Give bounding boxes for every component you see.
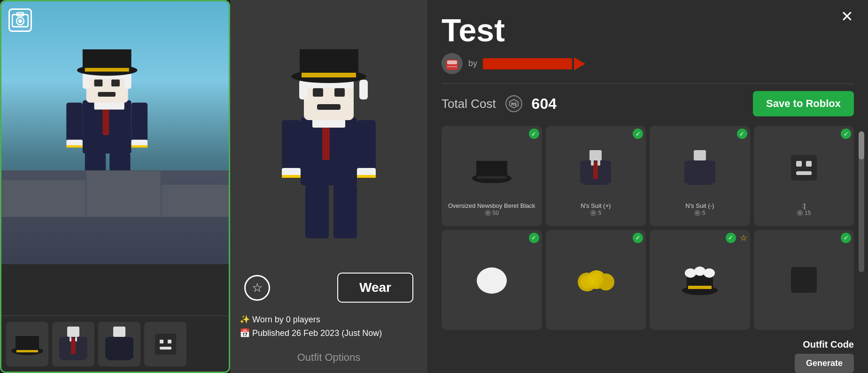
svg-rect-30 — [59, 337, 66, 358]
outfit-options-label: Outfit Options — [297, 351, 361, 364]
item-card-suit-minus[interactable]: ✓ N's Suit (-) ⊙ 5 — [650, 126, 750, 226]
scrollbar-thumb[interactable] — [859, 131, 864, 160]
svg-rect-26 — [16, 336, 39, 352]
svg-rect-9 — [98, 92, 116, 97]
suit-plus-image — [558, 136, 633, 200]
dark-icon — [789, 265, 819, 295]
item-card-coins[interactable]: ✓ — [546, 230, 646, 330]
item-inner-white — [442, 230, 542, 330]
coins-icon — [577, 266, 614, 294]
svg-rect-18 — [132, 145, 148, 148]
svg-rect-12 — [85, 68, 129, 72]
suit-plus-price: ⊙ 5 — [590, 210, 601, 216]
smiley-name: :] — [802, 202, 806, 210]
svg-rect-8 — [111, 79, 120, 86]
outfit-info-panel: ✕ Test by Total Cost — [427, 0, 868, 373]
generate-button[interactable]: Generate — [795, 354, 854, 373]
svg-rect-28 — [67, 327, 79, 337]
svg-rect-75 — [580, 161, 588, 183]
item-inner-dark — [754, 230, 854, 330]
white-icon — [475, 266, 508, 294]
stone-platform — [1, 170, 229, 264]
suit-plus-icon — [579, 149, 612, 187]
cost-row: Total Cost R$ 604 Save to Roblox — [442, 91, 854, 116]
svg-point-23 — [18, 19, 22, 23]
scrollbar-track[interactable] — [859, 131, 864, 272]
svg-rect-41 — [168, 340, 171, 343]
star-icon: ☆ — [252, 281, 263, 295]
svg-rect-76 — [604, 161, 611, 183]
check-badge-suit-minus: ✓ — [737, 129, 747, 139]
close-button[interactable]: ✕ — [837, 7, 856, 26]
thumbnail-suit-plus[interactable] — [52, 322, 94, 366]
thumbnail-hat[interactable] — [6, 322, 48, 366]
white-image — [455, 247, 529, 312]
check-badge-smiley: ✓ — [841, 129, 851, 139]
star-badge-captain: ☆ — [740, 233, 747, 243]
svg-rect-80 — [694, 150, 706, 160]
outfit-code-section: Outfit Code Generate — [442, 339, 854, 373]
svg-rect-27 — [16, 350, 38, 352]
suit-minus-name: N's Suit (-) — [685, 202, 714, 210]
svg-rect-66 — [447, 61, 457, 64]
svg-rect-37 — [105, 337, 112, 358]
item-card-beret[interactable]: ✓ Oversized Newsboy Beret Black ⊙ 50 — [442, 126, 542, 226]
world-background — [1, 1, 229, 264]
svg-rect-56 — [282, 120, 301, 175]
thumbnail-smiley[interactable] — [144, 322, 186, 366]
author-name-redacted — [483, 58, 572, 69]
item-card-captain[interactable]: ☆ ✓ — [650, 230, 750, 330]
suit-plus-name: N's Suit (+) — [581, 202, 611, 210]
item-inner-coins — [546, 230, 646, 330]
check-badge-suit-plus: ✓ — [633, 129, 643, 139]
total-cost-label: Total Cost — [442, 97, 496, 111]
smiley-price-value: 15 — [805, 210, 811, 216]
screenshot-button[interactable] — [8, 8, 32, 32]
save-to-roblox-button[interactable]: Save to Roblox — [753, 91, 854, 116]
suit-minus-image — [663, 136, 737, 200]
svg-rect-15 — [66, 145, 83, 148]
redact-arrow — [574, 57, 585, 70]
svg-rect-7 — [94, 79, 103, 86]
item-card-smiley[interactable]: ✓ :] ⊙ 15 — [754, 126, 854, 226]
captain-icon — [681, 265, 719, 295]
author-prefix-label: by — [468, 59, 477, 69]
outfit-modal: ☆ Wear ✨ Worn by 0 players 📅 Published 2… — [230, 0, 868, 373]
author-row: by — [442, 53, 854, 74]
suit-plus-thumb-icon — [57, 324, 90, 364]
outfit-code-label: Outfit Code — [803, 339, 854, 350]
item-card-dark[interactable]: ✓ — [754, 230, 854, 330]
svg-rect-59 — [357, 120, 376, 175]
beret-image — [455, 136, 529, 200]
item-card-suit-plus[interactable]: ✓ N's Suit (+) — [546, 126, 646, 226]
beret-name: Oversized Newsboy Beret Black — [448, 202, 535, 210]
preview-character — [230, 0, 427, 282]
beret-price-value: 50 — [493, 210, 499, 216]
svg-text:R$: R$ — [511, 102, 517, 107]
coins-image — [558, 247, 633, 312]
svg-rect-72 — [477, 176, 506, 179]
svg-point-99 — [704, 268, 715, 278]
item-inner-captain — [650, 230, 750, 330]
svg-point-97 — [685, 268, 696, 278]
robux-icon: R$ — [505, 95, 522, 112]
hat-thumb-icon — [11, 332, 44, 356]
thumbnail-suit-minus[interactable] — [98, 322, 140, 366]
game-world-panel — [0, 0, 230, 373]
thumbnails-bar — [1, 315, 229, 372]
svg-rect-5 — [83, 73, 90, 89]
item-inner-suit-minus: N's Suit (-) ⊙ 5 — [650, 126, 750, 226]
cost-amount: 604 — [532, 95, 557, 113]
svg-rect-32 — [71, 338, 76, 354]
camera-icon — [12, 12, 29, 29]
svg-rect-48 — [299, 80, 308, 99]
svg-rect-39 — [155, 334, 176, 355]
item-card-white[interactable]: ✓ — [442, 230, 542, 330]
item-inner-suit-plus: N's Suit (+) ⊙ 5 — [546, 126, 646, 226]
wear-button[interactable]: Wear — [337, 273, 413, 303]
divider-1 — [442, 84, 854, 84]
svg-rect-77 — [593, 161, 598, 179]
favorite-button[interactable]: ☆ — [244, 275, 270, 301]
svg-rect-42 — [160, 347, 171, 350]
worn-by-text: ✨ Worn by 0 players — [240, 313, 382, 327]
